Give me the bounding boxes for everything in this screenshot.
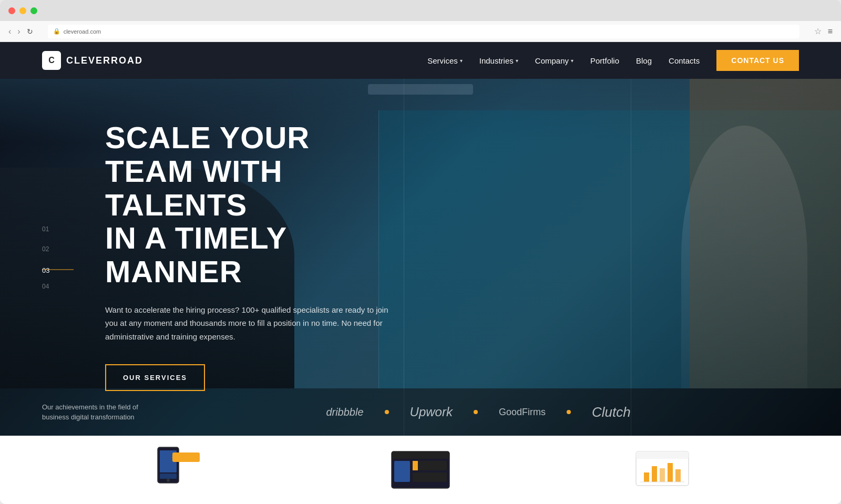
nav-services[interactable]: Services ▾ xyxy=(427,56,463,65)
hero-title: SCALE YOUR TEAM WITH TALENTS IN A TIMELY… xyxy=(105,121,399,289)
chevron-down-icon: ▾ xyxy=(516,58,518,64)
svg-rect-17 xyxy=(668,463,673,482)
svg-point-3 xyxy=(167,479,170,482)
svg-rect-15 xyxy=(652,466,657,482)
address-bar[interactable]: 🔒 cleveroad.com xyxy=(48,25,799,38)
forward-button[interactable]: › xyxy=(17,27,20,36)
chevron-down-icon: ▾ xyxy=(571,58,573,64)
hero-bottom-bar: Our achievements in the field of busines… xyxy=(0,388,841,436)
address-text: cleveroad.com xyxy=(64,28,101,35)
wood-wall xyxy=(690,79,841,388)
dribbble-logo: dribbble xyxy=(326,406,363,418)
logo-letter: C xyxy=(48,56,55,65)
hero-content: SCALE YOUR TEAM WITH TALENTS IN A TIMELY… xyxy=(0,79,473,391)
hero-description: Want to accelerate the hiring process? 1… xyxy=(105,303,399,344)
svg-rect-4 xyxy=(172,452,200,462)
mobile-app-icon xyxy=(147,446,210,493)
svg-rect-8 xyxy=(394,461,410,482)
browser-toolbar: ‹ › ↻ 🔒 cleveroad.com ☆ ≡ xyxy=(0,21,841,42)
svg-rect-16 xyxy=(660,468,665,482)
svg-rect-18 xyxy=(675,469,681,482)
bookmark-icon[interactable]: ☆ xyxy=(814,26,822,36)
refresh-button[interactable]: ↻ xyxy=(27,27,33,36)
upwork-logo: Upwork xyxy=(410,405,453,419)
menu-icon[interactable]: ≡ xyxy=(828,27,833,36)
partner-logos: dribbble Upwork GoodFirms Clutch xyxy=(158,404,799,420)
nav-company[interactable]: Company ▾ xyxy=(535,56,573,65)
nav-portfolio[interactable]: Portfolio xyxy=(590,56,619,65)
title-bar xyxy=(0,0,841,21)
nav-industries[interactable]: Industries ▾ xyxy=(479,56,518,65)
contact-us-button[interactable]: CONTACT US xyxy=(716,50,799,71)
partner-separator-2 xyxy=(474,410,478,414)
nav-blog[interactable]: Blog xyxy=(636,56,652,65)
lock-icon: 🔒 xyxy=(53,28,60,35)
goodfirms-logo: GoodFirms xyxy=(499,407,546,418)
browser-window: ‹ › ↻ 🔒 cleveroad.com ☆ ≡ C CLEVERROAD S… xyxy=(0,0,841,504)
close-button[interactable] xyxy=(8,7,15,14)
back-button[interactable]: ‹ xyxy=(8,27,11,36)
below-card-3 xyxy=(589,446,736,493)
logo-icon: C xyxy=(42,51,61,70)
main-nav: Services ▾ Industries ▾ Company ▾ Portfo… xyxy=(427,50,799,71)
svg-rect-2 xyxy=(160,474,177,479)
site-header: C CLEVERROAD Services ▾ Industries ▾ Com… xyxy=(0,42,841,79)
dashboard-icon xyxy=(389,446,452,493)
partner-separator-3 xyxy=(567,410,571,414)
clutch-logo: Clutch xyxy=(592,404,631,420)
partner-separator-1 xyxy=(385,410,389,414)
minimize-button[interactable] xyxy=(19,7,26,14)
achievements-text: Our achievements in the field of busines… xyxy=(42,402,158,423)
chevron-down-icon: ▾ xyxy=(460,58,463,64)
below-fold-section xyxy=(0,436,841,504)
analytics-icon xyxy=(631,446,694,493)
our-services-button[interactable]: OUR SERVICES xyxy=(105,364,205,391)
logo-text: CLEVERROAD xyxy=(66,55,143,66)
svg-rect-13 xyxy=(636,451,689,459)
logo-area[interactable]: C CLEVERROAD xyxy=(42,51,143,70)
website-content: C CLEVERROAD Services ▾ Industries ▾ Com… xyxy=(0,42,841,504)
below-card-1 xyxy=(105,446,252,493)
svg-rect-11 xyxy=(413,461,418,470)
below-card-2 xyxy=(347,446,494,493)
nav-contacts[interactable]: Contacts xyxy=(669,56,700,65)
maximize-button[interactable] xyxy=(30,7,37,14)
svg-rect-7 xyxy=(392,451,449,459)
hero-section: 01 02 03 04 SCALE YOUR TEAM WITH TALENTS… xyxy=(0,79,841,436)
svg-rect-14 xyxy=(644,472,649,482)
svg-rect-10 xyxy=(413,472,447,482)
